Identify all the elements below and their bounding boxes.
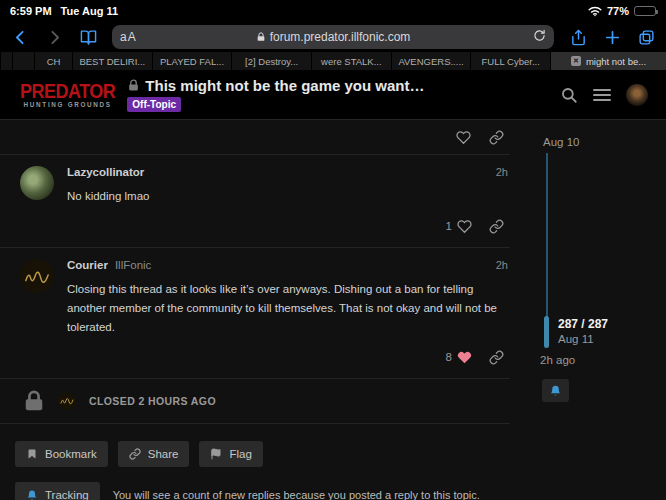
reload-button[interactable] [533,29,546,45]
closed-lock-icon [23,388,45,414]
tabs-icon [638,29,655,46]
post-timestamp: 2h [496,259,508,271]
reload-icon [533,29,546,42]
post-actions: 1 [0,206,510,248]
category-badge[interactable]: Off-Topic [127,97,181,112]
logo-title: PREDATOR [20,80,115,101]
timeline-last-activity: 2h ago [540,354,575,366]
like-button-liked[interactable]: 8 [446,350,472,365]
tab-0[interactable]: CH [34,52,72,70]
post-author-name[interactable]: Courier [67,259,108,271]
like-count: 1 [446,220,452,232]
topic-title[interactable]: This might not be the game you want… [145,77,424,94]
copy-link-button[interactable] [489,130,504,145]
timeline-track[interactable] [546,153,548,319]
reader-view-button[interactable]: aA [120,30,137,44]
topic-content: Lazycollinator 2h No kidding lmao 1 [0,120,666,500]
heart-outline-icon [456,130,471,145]
timeline-notifications-button[interactable] [542,379,569,402]
tabs-overview-button[interactable] [636,27,656,47]
tab-3[interactable]: [2] Destroy... [231,52,311,70]
battery-icon [634,6,656,16]
post-author-avatar[interactable] [20,166,54,200]
status-bar: 6:59 PM Tue Aug 11 77% [0,0,666,22]
illfonic-scribble [24,268,50,284]
closer-avatar[interactable] [58,392,76,410]
url-display: forum.predator.illfonic.com [112,30,554,44]
bookmark-button[interactable]: Bookmark [15,441,108,467]
post-body: No kidding lmao [67,187,508,206]
timeline-end-date: Aug 11 [558,333,594,345]
tab-6[interactable]: FULL Cyber... [470,52,550,70]
search-button[interactable] [560,86,578,104]
copy-link-button[interactable] [489,350,504,365]
topic-controls: Bookmark Share Flag [0,424,510,467]
tab-partial[interactable] [12,52,34,70]
like-button[interactable] [456,130,471,145]
like-button[interactable]: 1 [446,219,472,234]
share-button[interactable] [568,27,588,47]
tab-5[interactable]: AVENGERS..... [391,52,471,70]
post-body: Closing this thread as it looks like it’… [67,280,508,337]
share-topic-button[interactable]: Share [118,441,190,467]
heart-filled-icon [457,350,472,365]
new-tab-button[interactable] [602,27,622,47]
previous-post-actions [0,120,510,155]
timeline-start-date[interactable]: Aug 10 [543,136,579,148]
tab-2[interactable]: PLAYED FAL... [152,52,232,70]
site-logo[interactable]: PREDATOR HUNTING GROUNDS [20,82,115,108]
link-icon [489,130,504,145]
heart-outline-icon [457,219,472,234]
post: Lazycollinator 2h No kidding lmao [0,155,510,206]
battery-percent: 77% [607,5,629,17]
plus-icon [604,29,621,46]
tab-partial[interactable] [0,52,12,70]
status-date: Tue Aug 11 [61,5,118,17]
locked-topic-icon [127,79,140,92]
copy-link-button[interactable] [489,219,504,234]
tab-active[interactable]: ✕ might not be... [550,52,666,70]
screen: 6:59 PM Tue Aug 11 77% aA forum.predator… [0,0,666,500]
tab-bar: CH BEST DELIRI... PLAYED FAL... [2] Dest… [0,52,666,70]
address-bar[interactable]: aA forum.predator.illfonic.com [112,25,554,49]
flag-button[interactable]: Flag [199,441,262,467]
bell-icon [26,489,38,500]
illfonic-scribble [60,396,74,405]
chevron-left-icon [12,29,29,46]
flag-icon [210,448,222,460]
notification-level: Tracking You will see a count of new rep… [0,467,510,500]
bookmark-icon [26,448,38,460]
bookmarks-button[interactable] [78,27,98,47]
hamburger-icon [593,89,611,101]
post-author-title: IllFonic [115,259,151,271]
post-author-avatar[interactable] [20,259,54,293]
timeline-scrubber[interactable] [544,316,549,348]
browser-toolbar: aA forum.predator.illfonic.com [0,22,666,52]
timeline-position: 287 / 287 [558,317,608,331]
post: Courier IllFonic 2h Closing this thread … [0,248,510,337]
link-icon [129,448,141,460]
topic-closed-notice: CLOSED 2 HOURS AGO [0,379,510,424]
post-author-name[interactable]: Lazycollinator [67,166,144,178]
tracking-description: You will see a count of new replies beca… [113,489,480,500]
post-stream: Lazycollinator 2h No kidding lmao 1 [0,120,510,500]
back-button[interactable] [10,27,30,47]
lock-icon [256,32,266,42]
wifi-icon [588,6,602,17]
tracking-button[interactable]: Tracking [15,482,100,500]
chevron-right-icon [46,29,63,46]
clock: 6:59 PM [10,5,52,17]
like-count: 8 [446,351,452,363]
bell-icon [549,384,562,397]
close-tab-icon[interactable]: ✕ [571,56,581,66]
book-icon [80,29,97,46]
topic-timeline: Aug 10 287 / 287 Aug 11 2h ago [520,120,666,500]
forward-button[interactable] [44,27,64,47]
link-icon [489,219,504,234]
user-avatar[interactable] [626,84,648,106]
post-actions: 8 [0,337,510,379]
tab-1[interactable]: BEST DELIRI... [72,52,152,70]
tab-4[interactable]: were STALK... [311,52,391,70]
link-icon [489,350,504,365]
menu-button[interactable] [593,89,611,101]
